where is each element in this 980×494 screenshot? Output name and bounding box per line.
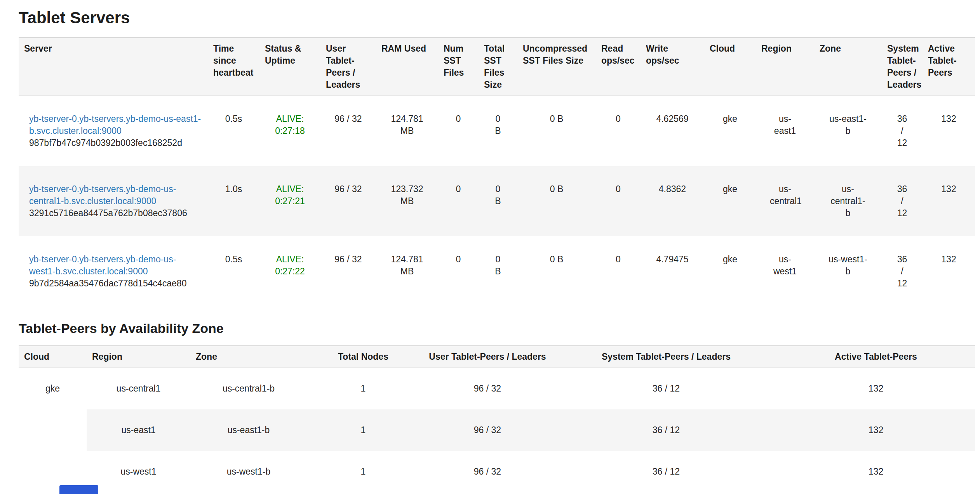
alive-status-text: ALIVE: 0:27:21 <box>275 184 305 206</box>
col-header-write-ops: Write ops/sec <box>641 38 704 96</box>
col-header-time-since-heartbeat: Time since heartbeat <box>208 38 259 96</box>
col-header-server: Server <box>19 38 208 96</box>
az-row: gke us-central1 us-central1-b 1 96 / 32 … <box>19 368 975 410</box>
cell-num-sst-files: 0 <box>438 236 479 307</box>
cell-user-tablet-peers: 96 / 32 <box>320 166 376 236</box>
cell-user-tablet-peers: 96 / 32 <box>420 451 555 492</box>
col-header-user-tablet-peers: User Tablet-Peers / Leaders <box>420 346 555 368</box>
col-header-cloud: Cloud <box>19 346 87 368</box>
cell-active-tablet-peers: 132 <box>777 451 975 492</box>
cell-uncompressed-sst-files-size: 0 B <box>517 96 596 166</box>
cell-num-sst-files: 0 <box>438 96 479 166</box>
cell-zone: us-central1-b <box>190 368 307 410</box>
col-header-cloud: Cloud <box>704 38 756 96</box>
az-row: us-west1 us-west1-b 1 96 / 32 36 / 12 13… <box>19 451 975 492</box>
cell-server: yb-tserver-0.yb-tservers.yb-demo-us-cent… <box>19 166 208 236</box>
cell-user-tablet-peers: 96 / 32 <box>420 368 555 410</box>
tablet-servers-title: Tablet Servers <box>19 9 975 27</box>
page-content: Tablet Servers Server Time since heartbe… <box>19 0 975 492</box>
cell-total-sst-files-size: 0 B <box>479 166 517 236</box>
col-header-num-sst-files: Num SST Files <box>438 38 479 96</box>
alive-status-text: ALIVE: 0:27:18 <box>275 114 305 136</box>
cell-total-nodes: 1 <box>307 368 420 410</box>
cell-ram-used: 124.781 MB <box>376 236 438 307</box>
cell-ram-used: 124.781 MB <box>376 96 438 166</box>
tserver-row: yb-tserver-0.yb-tservers.yb-demo-us-east… <box>19 96 975 166</box>
cell-status-uptime: ALIVE: 0:27:22 <box>259 236 320 307</box>
cell-system-tablet-peers: 36 / 12 <box>882 236 923 307</box>
cell-zone: us-west1-b <box>814 236 882 307</box>
cell-active-tablet-peers: 132 <box>923 96 975 166</box>
cell-total-nodes: 1 <box>307 451 420 492</box>
cell-uncompressed-sst-files-size: 0 B <box>517 236 596 307</box>
cell-zone: us-central1-b <box>814 166 882 236</box>
tserver-row: yb-tserver-0.yb-tservers.yb-demo-us-west… <box>19 236 975 307</box>
tablet-servers-header-row: Server Time since heartbeat Status & Upt… <box>19 38 975 96</box>
cell-write-ops: 4.8362 <box>641 166 704 236</box>
col-header-total-nodes: Total Nodes <box>307 346 420 368</box>
tablet-servers-table: Server Time since heartbeat Status & Upt… <box>19 37 975 307</box>
tserver-address-link[interactable]: yb-tserver-0.yb-tservers.yb-demo-us-east… <box>29 113 202 137</box>
col-header-region: Region <box>756 38 814 96</box>
cell-server: yb-tserver-0.yb-tservers.yb-demo-us-east… <box>19 96 208 166</box>
cell-write-ops: 4.79475 <box>641 236 704 307</box>
cell-cloud: gke <box>704 166 756 236</box>
col-header-uncompressed-sst-files-size: Uncompressed SST Files Size <box>517 38 596 96</box>
cell-system-tablet-peers: 36 / 12 <box>555 409 777 451</box>
cell-status-uptime: ALIVE: 0:27:21 <box>259 166 320 236</box>
col-header-system-tablet-peers: System Tablet-Peers / Leaders <box>555 346 777 368</box>
cell-system-tablet-peers: 36 / 12 <box>555 451 777 492</box>
col-header-ram-used: RAM Used <box>376 38 438 96</box>
cell-read-ops: 0 <box>596 166 641 236</box>
tserver-address-link[interactable]: yb-tserver-0.yb-tservers.yb-demo-us-west… <box>29 253 202 277</box>
cell-cloud-group: gke <box>19 368 87 493</box>
cell-active-tablet-peers: 132 <box>923 236 975 307</box>
cell-region: us-east1 <box>87 409 190 451</box>
cell-region: us-west1 <box>87 451 190 492</box>
bottom-partial-blue-element <box>59 485 98 494</box>
cell-time-since-heartbeat: 0.5s <box>208 96 259 166</box>
col-header-total-sst-files-size: Total SST Files Size <box>479 38 517 96</box>
cell-active-tablet-peers: 132 <box>777 368 975 410</box>
cell-time-since-heartbeat: 1.0s <box>208 166 259 236</box>
az-row: us-east1 us-east1-b 1 96 / 32 36 / 12 13… <box>19 409 975 451</box>
cell-user-tablet-peers: 96 / 32 <box>320 236 376 307</box>
cell-region: us-central1 <box>756 166 814 236</box>
col-header-active-tablet-peers: Active Tablet-Peers <box>923 38 975 96</box>
cell-region: us-west1 <box>756 236 814 307</box>
cell-zone: us-west1-b <box>190 451 307 492</box>
cell-system-tablet-peers: 36 / 12 <box>882 166 923 236</box>
cell-active-tablet-peers: 132 <box>923 166 975 236</box>
cell-system-tablet-peers: 36 / 12 <box>555 368 777 410</box>
cell-total-sst-files-size: 0 B <box>479 236 517 307</box>
cell-total-sst-files-size: 0 B <box>479 96 517 166</box>
tserver-uuid: 3291c5716ea84475a762b7b08ec37806 <box>29 207 202 219</box>
col-header-region: Region <box>87 346 190 368</box>
alive-status-text: ALIVE: 0:27:22 <box>275 254 305 276</box>
cell-num-sst-files: 0 <box>438 166 479 236</box>
cell-status-uptime: ALIVE: 0:27:18 <box>259 96 320 166</box>
cell-region: us-central1 <box>87 368 190 410</box>
cell-zone: us-east1-b <box>190 409 307 451</box>
tablet-peers-by-az-table: Cloud Region Zone Total Nodes User Table… <box>19 345 975 492</box>
cell-cloud: gke <box>704 96 756 166</box>
col-header-active-tablet-peers: Active Tablet-Peers <box>777 346 975 368</box>
cell-read-ops: 0 <box>596 236 641 307</box>
cell-ram-used: 123.732 MB <box>376 166 438 236</box>
cell-user-tablet-peers: 96 / 32 <box>320 96 376 166</box>
cell-region: us-east1 <box>756 96 814 166</box>
col-header-zone: Zone <box>190 346 307 368</box>
tserver-address-link[interactable]: yb-tserver-0.yb-tservers.yb-demo-us-cent… <box>29 183 202 207</box>
tserver-uuid: 9b7d2584aa35476dac778d154c4cae80 <box>29 277 202 289</box>
cell-zone: us-east1-b <box>814 96 882 166</box>
cell-user-tablet-peers: 96 / 32 <box>420 409 555 451</box>
cell-server: yb-tserver-0.yb-tservers.yb-demo-us-west… <box>19 236 208 307</box>
col-header-user-tablet-peers: User Tablet-Peers / Leaders <box>320 38 376 96</box>
cell-read-ops: 0 <box>596 96 641 166</box>
tablet-peers-by-az-title: Tablet-Peers by Availability Zone <box>19 321 975 336</box>
col-header-system-tablet-peers: System Tablet-Peers / Leaders <box>882 38 923 96</box>
cell-time-since-heartbeat: 0.5s <box>208 236 259 307</box>
az-header-row: Cloud Region Zone Total Nodes User Table… <box>19 346 975 368</box>
cell-write-ops: 4.62569 <box>641 96 704 166</box>
tserver-uuid: 987bf7b47c974b0392b003fec168252d <box>29 137 202 149</box>
